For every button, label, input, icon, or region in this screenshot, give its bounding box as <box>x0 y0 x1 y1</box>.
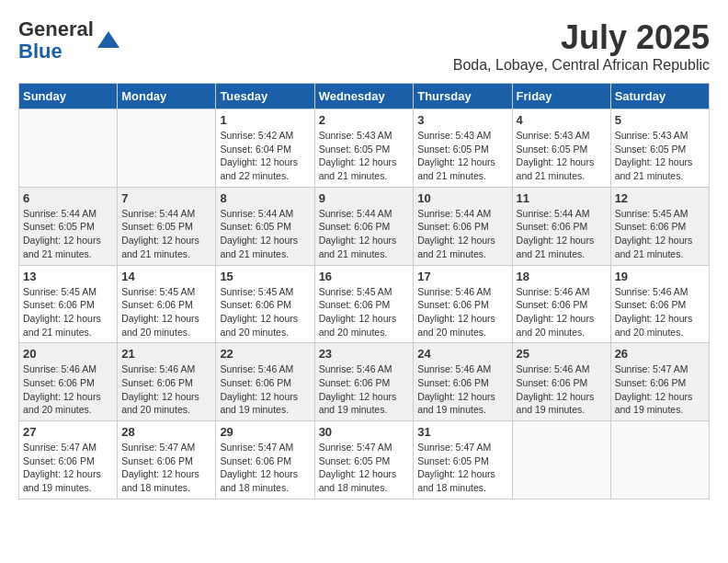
day-info: Sunrise: 5:44 AM Sunset: 6:06 PM Dayligh… <box>319 207 410 261</box>
day-number: 27 <box>23 425 113 439</box>
calendar-week-row: 6Sunrise: 5:44 AM Sunset: 6:05 PM Daylig… <box>19 187 710 265</box>
calendar-cell: 9Sunrise: 5:44 AM Sunset: 6:06 PM Daylig… <box>314 187 414 265</box>
calendar-cell: 29Sunrise: 5:47 AM Sunset: 6:06 PM Dayli… <box>216 421 314 500</box>
day-info: Sunrise: 5:44 AM Sunset: 6:05 PM Dayligh… <box>23 207 113 261</box>
page-header: General Blue July 2025 Boda, Lobaye, Cen… <box>18 18 710 74</box>
calendar-cell <box>118 109 216 188</box>
calendar-cell <box>19 109 118 188</box>
day-info: Sunrise: 5:45 AM Sunset: 6:06 PM Dayligh… <box>220 285 310 339</box>
day-number: 10 <box>417 191 507 205</box>
day-info: Sunrise: 5:46 AM Sunset: 6:06 PM Dayligh… <box>517 285 607 339</box>
day-number: 22 <box>220 347 310 361</box>
calendar-cell: 1Sunrise: 5:42 AM Sunset: 6:04 PM Daylig… <box>216 109 314 188</box>
calendar-week-row: 13Sunrise: 5:45 AM Sunset: 6:06 PM Dayli… <box>19 265 710 343</box>
day-number: 9 <box>319 191 410 205</box>
day-info: Sunrise: 5:46 AM Sunset: 6:06 PM Dayligh… <box>417 362 507 417</box>
day-info: Sunrise: 5:46 AM Sunset: 6:06 PM Dayligh… <box>517 362 607 417</box>
day-number: 7 <box>121 191 211 205</box>
day-info: Sunrise: 5:43 AM Sunset: 6:05 PM Dayligh… <box>517 129 607 183</box>
calendar-cell: 7Sunrise: 5:44 AM Sunset: 6:05 PM Daylig… <box>118 187 216 265</box>
calendar-cell: 23Sunrise: 5:46 AM Sunset: 6:06 PM Dayli… <box>314 343 414 421</box>
calendar-cell: 16Sunrise: 5:45 AM Sunset: 6:06 PM Dayli… <box>314 265 414 343</box>
day-number: 23 <box>319 347 410 361</box>
weekday-header-wednesday: Wednesday <box>314 84 414 109</box>
day-number: 20 <box>23 347 113 361</box>
location-title: Boda, Lobaye, Central African Republic <box>453 57 710 74</box>
calendar-cell: 3Sunrise: 5:43 AM Sunset: 6:05 PM Daylig… <box>414 109 512 188</box>
day-info: Sunrise: 5:47 AM Sunset: 6:05 PM Dayligh… <box>417 441 507 495</box>
day-info: Sunrise: 5:44 AM Sunset: 6:05 PM Dayligh… <box>121 207 211 261</box>
day-number: 15 <box>220 270 310 283</box>
day-number: 18 <box>517 270 607 283</box>
logo-icon <box>96 28 121 53</box>
calendar-week-row: 20Sunrise: 5:46 AM Sunset: 6:06 PM Dayli… <box>19 343 710 421</box>
day-number: 11 <box>517 191 607 205</box>
day-info: Sunrise: 5:45 AM Sunset: 6:06 PM Dayligh… <box>319 285 410 339</box>
day-info: Sunrise: 5:46 AM Sunset: 6:06 PM Dayligh… <box>615 285 705 339</box>
day-number: 6 <box>23 191 113 205</box>
weekday-header-thursday: Thursday <box>414 84 512 109</box>
calendar-cell <box>512 421 610 500</box>
calendar-cell: 8Sunrise: 5:44 AM Sunset: 6:05 PM Daylig… <box>216 187 314 265</box>
weekday-header-friday: Friday <box>512 84 610 109</box>
day-number: 17 <box>417 270 507 283</box>
calendar-cell: 20Sunrise: 5:46 AM Sunset: 6:06 PM Dayli… <box>19 343 118 421</box>
calendar-week-row: 1Sunrise: 5:42 AM Sunset: 6:04 PM Daylig… <box>19 109 710 188</box>
calendar-cell: 21Sunrise: 5:46 AM Sunset: 6:06 PM Dayli… <box>118 343 216 421</box>
logo-blue: Blue <box>18 40 63 63</box>
weekday-header-tuesday: Tuesday <box>216 84 314 109</box>
day-number: 28 <box>121 425 211 439</box>
day-info: Sunrise: 5:47 AM Sunset: 6:05 PM Dayligh… <box>319 441 410 495</box>
calendar-cell: 2Sunrise: 5:43 AM Sunset: 6:05 PM Daylig… <box>314 109 414 188</box>
calendar-cell: 18Sunrise: 5:46 AM Sunset: 6:06 PM Dayli… <box>512 265 610 343</box>
day-info: Sunrise: 5:47 AM Sunset: 6:06 PM Dayligh… <box>121 441 211 495</box>
day-info: Sunrise: 5:43 AM Sunset: 6:05 PM Dayligh… <box>417 129 507 183</box>
month-title: July 2025 <box>453 18 710 57</box>
day-number: 1 <box>220 113 310 127</box>
logo-text: General Blue <box>18 18 121 63</box>
weekday-header-sunday: Sunday <box>19 84 118 109</box>
day-info: Sunrise: 5:45 AM Sunset: 6:06 PM Dayligh… <box>23 285 113 339</box>
calendar-cell: 25Sunrise: 5:46 AM Sunset: 6:06 PM Dayli… <box>512 343 610 421</box>
day-number: 26 <box>615 347 705 361</box>
calendar-cell: 6Sunrise: 5:44 AM Sunset: 6:05 PM Daylig… <box>19 187 118 265</box>
day-number: 19 <box>615 270 705 283</box>
calendar-cell: 27Sunrise: 5:47 AM Sunset: 6:06 PM Dayli… <box>19 421 118 500</box>
day-info: Sunrise: 5:43 AM Sunset: 6:05 PM Dayligh… <box>615 129 705 183</box>
calendar-cell: 5Sunrise: 5:43 AM Sunset: 6:05 PM Daylig… <box>610 109 709 188</box>
day-info: Sunrise: 5:46 AM Sunset: 6:06 PM Dayligh… <box>23 362 113 417</box>
day-info: Sunrise: 5:46 AM Sunset: 6:06 PM Dayligh… <box>220 362 310 417</box>
day-info: Sunrise: 5:47 AM Sunset: 6:06 PM Dayligh… <box>220 441 310 495</box>
day-number: 2 <box>319 113 410 127</box>
day-number: 8 <box>220 191 310 205</box>
day-info: Sunrise: 5:42 AM Sunset: 6:04 PM Dayligh… <box>220 129 310 183</box>
calendar-cell: 11Sunrise: 5:44 AM Sunset: 6:06 PM Dayli… <box>512 187 610 265</box>
day-number: 4 <box>517 113 607 127</box>
day-number: 14 <box>121 270 211 283</box>
day-info: Sunrise: 5:44 AM Sunset: 6:06 PM Dayligh… <box>517 207 607 261</box>
day-info: Sunrise: 5:44 AM Sunset: 6:05 PM Dayligh… <box>220 207 310 261</box>
weekday-header-saturday: Saturday <box>610 84 709 109</box>
calendar-cell: 14Sunrise: 5:45 AM Sunset: 6:06 PM Dayli… <box>118 265 216 343</box>
day-info: Sunrise: 5:44 AM Sunset: 6:06 PM Dayligh… <box>417 207 507 261</box>
day-number: 30 <box>319 425 410 439</box>
day-number: 12 <box>615 191 705 205</box>
day-number: 3 <box>417 113 507 127</box>
calendar-table: SundayMondayTuesdayWednesdayThursdayFrid… <box>18 83 710 500</box>
day-info: Sunrise: 5:45 AM Sunset: 6:06 PM Dayligh… <box>615 207 705 261</box>
day-number: 25 <box>517 347 607 361</box>
day-info: Sunrise: 5:46 AM Sunset: 6:06 PM Dayligh… <box>417 285 507 339</box>
day-number: 31 <box>417 425 507 439</box>
calendar-cell: 10Sunrise: 5:44 AM Sunset: 6:06 PM Dayli… <box>414 187 512 265</box>
calendar-cell <box>610 421 709 500</box>
weekday-header-monday: Monday <box>118 84 216 109</box>
calendar-header-row: SundayMondayTuesdayWednesdayThursdayFrid… <box>19 84 710 109</box>
day-number: 16 <box>319 270 410 283</box>
calendar-cell: 17Sunrise: 5:46 AM Sunset: 6:06 PM Dayli… <box>414 265 512 343</box>
day-info: Sunrise: 5:46 AM Sunset: 6:06 PM Dayligh… <box>121 362 211 417</box>
day-number: 24 <box>417 347 507 361</box>
calendar-cell: 31Sunrise: 5:47 AM Sunset: 6:05 PM Dayli… <box>414 421 512 500</box>
day-number: 29 <box>220 425 310 439</box>
calendar-cell: 4Sunrise: 5:43 AM Sunset: 6:05 PM Daylig… <box>512 109 610 188</box>
title-block: July 2025 Boda, Lobaye, Central African … <box>453 18 710 74</box>
